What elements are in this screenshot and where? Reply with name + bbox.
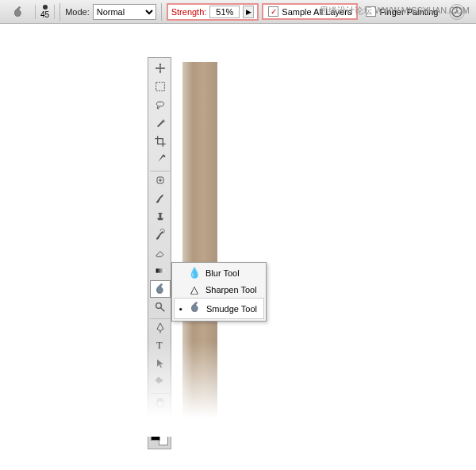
crop-tool[interactable] (150, 133, 171, 150)
mode-label: Mode: (65, 7, 90, 17)
divider (161, 3, 162, 21)
shape-tool[interactable] (150, 373, 171, 391)
healing-brush-tool[interactable] (150, 171, 171, 188)
tool-flyout-menu: 💧 Blur Tool △ Sharpen Tool ▪ Smudge Tool (171, 262, 267, 322)
marquee-tool[interactable] (150, 78, 171, 95)
smudge-icon (10, 3, 27, 21)
strength-label: Strength: (171, 7, 207, 17)
divider (60, 3, 60, 21)
smudge-tool[interactable] (150, 280, 171, 298)
mode-select[interactable]: Normal (93, 4, 156, 20)
pen-tool[interactable] (150, 318, 171, 336)
strength-flyout-button[interactable]: ▶ (243, 6, 254, 18)
color-swatch[interactable] (151, 431, 168, 445)
svg-point-4 (156, 303, 162, 309)
foreground-color-icon (151, 431, 160, 441)
move-tool[interactable] (150, 60, 171, 77)
brush-dot-icon (43, 5, 48, 10)
path-selection-tool[interactable] (150, 355, 171, 372)
smudge-icon (189, 301, 202, 316)
hand-tool[interactable] (150, 393, 171, 410)
eyedropper-tool[interactable] (150, 151, 171, 168)
flyout-item-blur[interactable]: 💧 Blur Tool (174, 264, 264, 281)
zoom-tool[interactable] (150, 411, 171, 429)
svg-text:T: T (156, 340, 163, 351)
flyout-label: Blur Tool (205, 268, 240, 278)
canvas-area[interactable] (182, 62, 217, 419)
flyout-label: Smudge Tool (206, 304, 257, 314)
active-indicator: ▪ (178, 304, 184, 314)
gradient-tool[interactable] (150, 262, 171, 279)
svg-rect-1 (156, 83, 165, 91)
checkbox-icon: ✓ (268, 6, 278, 17)
strength-input[interactable] (209, 6, 240, 18)
magic-wand-tool[interactable] (150, 114, 171, 132)
flyout-item-sharpen[interactable]: △ Sharpen Tool (174, 281, 264, 298)
watermark: 思缘设计论坛 WWW.MISSYUAN.COM (320, 5, 470, 17)
flyout-label: Sharpen Tool (205, 285, 257, 295)
blur-icon: 💧 (188, 267, 201, 279)
eraser-tool[interactable] (150, 244, 171, 261)
svg-rect-3 (156, 268, 165, 272)
type-tool[interactable]: T (150, 337, 171, 354)
strength-group: Strength: ▶ (167, 3, 259, 21)
tools-panel: T (148, 57, 171, 449)
flyout-item-smudge[interactable]: ▪ Smudge Tool (174, 298, 264, 319)
brush-picker[interactable]: 45 (35, 5, 55, 19)
history-brush-tool[interactable] (150, 225, 171, 243)
sharpen-icon: △ (188, 283, 201, 295)
dodge-tool[interactable] (150, 299, 171, 316)
clone-stamp-tool[interactable] (150, 207, 171, 225)
lasso-tool[interactable] (150, 96, 171, 114)
brush-tool[interactable] (150, 189, 171, 206)
brush-size-value: 45 (40, 10, 49, 19)
tool-preset[interactable] (5, 2, 32, 22)
